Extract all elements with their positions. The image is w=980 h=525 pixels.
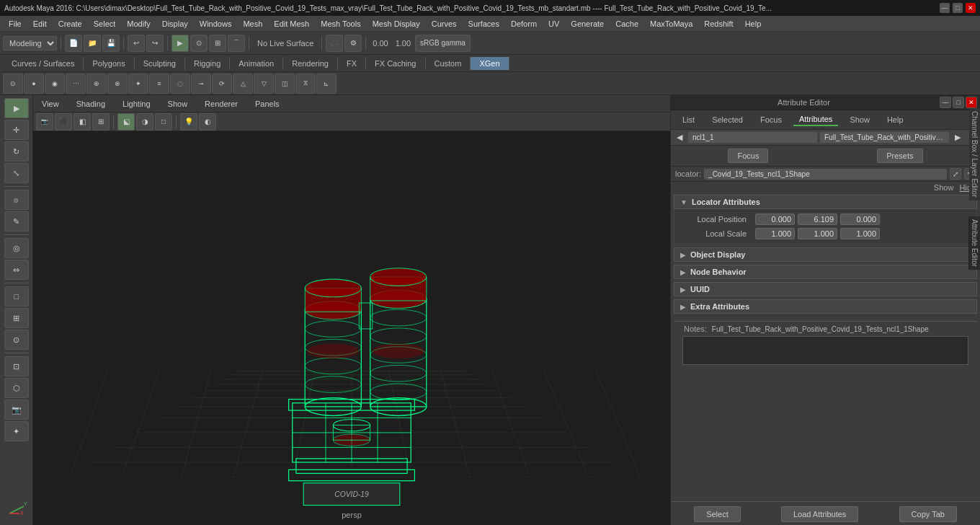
- close-button[interactable]: ✕: [966, 3, 976, 13]
- menu-redshift[interactable]: Redshift: [698, 18, 739, 30]
- notes-input-box[interactable]: [682, 336, 968, 365]
- paint-tool-btn[interactable]: ✎: [4, 211, 29, 231]
- panel-min-btn[interactable]: —: [940, 97, 951, 108]
- vp-menu-show[interactable]: Show: [164, 98, 192, 110]
- xgen-tool-13[interactable]: ▽: [254, 74, 274, 94]
- xgen-tool-3[interactable]: ◉: [45, 74, 65, 94]
- xgen-tool-2[interactable]: ●: [24, 74, 44, 94]
- menu-mesh-display[interactable]: Mesh Display: [367, 18, 426, 30]
- attr-tab-focus[interactable]: Focus: [754, 114, 788, 125]
- menu-curves[interactable]: Curves: [426, 18, 463, 30]
- xgen-tool-14[interactable]: ◫: [275, 74, 295, 94]
- select-button[interactable]: ▶: [172, 35, 189, 52]
- xgen-tool-1[interactable]: ⊙: [3, 74, 23, 94]
- xgen-tool-11[interactable]: ⟳: [212, 74, 232, 94]
- move-tool-btn[interactable]: ✛: [4, 120, 29, 140]
- menu-modify[interactable]: Modify: [121, 18, 156, 30]
- viewport-canvas[interactable]: COVID-19: [33, 131, 670, 525]
- vp-menu-renderer[interactable]: Renderer: [200, 98, 242, 110]
- undo-button[interactable]: ↩: [128, 35, 145, 52]
- gamma-button[interactable]: sRGB gamma: [415, 35, 471, 52]
- vp-persp-btn[interactable]: ◧: [74, 113, 91, 131]
- snap-grid-button[interactable]: ⊞: [209, 35, 226, 52]
- menu-mesh-tools[interactable]: Mesh Tools: [315, 18, 366, 30]
- uuid-header[interactable]: ▶ UUID: [674, 282, 977, 296]
- menu-windows[interactable]: Windows: [194, 18, 238, 30]
- tab-fx[interactable]: FX: [338, 57, 366, 70]
- menu-help[interactable]: Help: [739, 18, 767, 30]
- render-settings-button[interactable]: ⚙: [344, 35, 362, 52]
- vp-light-btn[interactable]: 💡: [180, 113, 197, 131]
- menu-display[interactable]: Display: [156, 18, 194, 30]
- attr-tab-help[interactable]: Help: [881, 114, 909, 125]
- xgen-tool-8[interactable]: ≡: [149, 74, 169, 94]
- xgen-tool-7[interactable]: ✦: [128, 74, 148, 94]
- tab-animation[interactable]: Animation: [230, 57, 283, 70]
- scale-tool-btn[interactable]: ⤡: [4, 163, 29, 183]
- focus-button[interactable]: Focus: [728, 149, 768, 163]
- open-file-button[interactable]: 📁: [84, 35, 101, 52]
- menu-mesh[interactable]: Mesh: [237, 18, 268, 30]
- menu-uv[interactable]: UV: [543, 18, 565, 30]
- local-scale-y[interactable]: [798, 228, 837, 239]
- attr-editor-side-label[interactable]: Attribute Editor: [968, 216, 980, 270]
- attr-prev-btn[interactable]: ◀: [674, 131, 685, 144]
- vp-tex-btn[interactable]: □: [155, 113, 172, 131]
- minimize-button[interactable]: —: [940, 3, 950, 13]
- menu-generate[interactable]: Generate: [565, 18, 610, 30]
- redo-button[interactable]: ↪: [146, 35, 164, 52]
- local-pos-y[interactable]: [798, 213, 837, 225]
- xgen-tool-4[interactable]: ⋯: [66, 74, 86, 94]
- local-pos-x[interactable]: [755, 213, 795, 225]
- vp-menu-lighting[interactable]: Lighting: [118, 98, 155, 110]
- new-file-button[interactable]: 📄: [65, 35, 82, 52]
- menu-file[interactable]: File: [3, 18, 27, 30]
- maximize-button[interactable]: □: [953, 3, 963, 13]
- vp-sel-btn[interactable]: ⬛: [55, 113, 72, 131]
- tab-rendering[interactable]: Rendering: [283, 57, 338, 70]
- menu-surfaces[interactable]: Surfaces: [463, 18, 505, 30]
- quick-layout-btn[interactable]: ⊡: [4, 356, 29, 376]
- tab-rigging[interactable]: Rigging: [185, 57, 230, 70]
- local-pos-z[interactable]: [840, 213, 880, 225]
- tab-xgen[interactable]: XGen: [471, 57, 509, 70]
- mode-dropdown[interactable]: Modeling: [3, 36, 57, 50]
- vp-cam-btn[interactable]: 📷: [36, 113, 53, 131]
- xray-btn[interactable]: ✦: [4, 421, 29, 441]
- tab-curves-surfaces[interactable]: Curves / Surfaces: [3, 57, 84, 70]
- xgen-tool-15[interactable]: ⧖: [295, 74, 316, 94]
- menu-create[interactable]: Create: [53, 18, 88, 30]
- vp-menu-view[interactable]: View: [37, 98, 63, 110]
- load-attributes-btn[interactable]: Load Attributes: [781, 506, 858, 522]
- grid-toggle-btn[interactable]: ⊞: [4, 308, 29, 328]
- channel-box-label[interactable]: Channel Box / Layer Editor: [969, 108, 980, 200]
- locator-expand-btn[interactable]: ⤢: [950, 168, 961, 180]
- xgen-tool-9[interactable]: ◌: [170, 74, 190, 94]
- attr-tab-show[interactable]: Show: [844, 114, 876, 125]
- vp-shadow-btn[interactable]: ◐: [199, 113, 216, 131]
- attr-next-btn[interactable]: ▶: [952, 131, 963, 144]
- node-behavior-header[interactable]: ▶ Node Behavior: [674, 265, 977, 279]
- attr-tab-list[interactable]: List: [677, 114, 700, 125]
- menu-cache[interactable]: Cache: [610, 18, 644, 30]
- tab-fx-caching[interactable]: FX Caching: [366, 57, 425, 70]
- menu-edit-mesh[interactable]: Edit Mesh: [268, 18, 315, 30]
- tab-custom[interactable]: Custom: [426, 57, 471, 70]
- select-tool-btn[interactable]: ▶: [4, 98, 29, 118]
- menu-maxtomaya[interactable]: MaxToMaya: [644, 18, 698, 30]
- local-scale-x[interactable]: [755, 228, 795, 239]
- camera-btn[interactable]: 📷: [4, 400, 29, 420]
- xgen-tool-12[interactable]: △: [233, 74, 253, 94]
- snap-curve-button[interactable]: ⌒: [228, 35, 245, 52]
- attr-tab-attributes[interactable]: Attributes: [793, 113, 838, 126]
- vp-ortho-btn[interactable]: ⊞: [92, 113, 110, 131]
- snap-point-button[interactable]: ⊙: [190, 35, 208, 52]
- presets-button[interactable]: Presets: [877, 149, 922, 163]
- xgen-tool-16[interactable]: ⊾: [316, 74, 337, 94]
- vp-smooth-btn[interactable]: ◑: [136, 113, 153, 131]
- render-button[interactable]: 🎥: [326, 35, 343, 52]
- local-scale-z[interactable]: [840, 228, 880, 239]
- copy-tab-btn[interactable]: Copy Tab: [899, 506, 957, 522]
- menu-edit[interactable]: Edit: [27, 18, 53, 30]
- save-file-button[interactable]: 💾: [102, 35, 120, 52]
